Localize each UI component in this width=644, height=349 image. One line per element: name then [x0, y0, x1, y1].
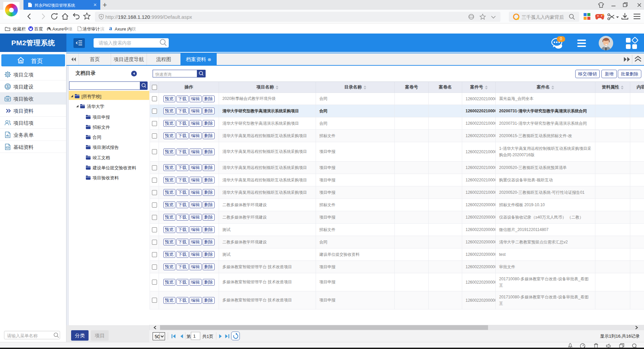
svg-text:$: $	[7, 85, 9, 89]
